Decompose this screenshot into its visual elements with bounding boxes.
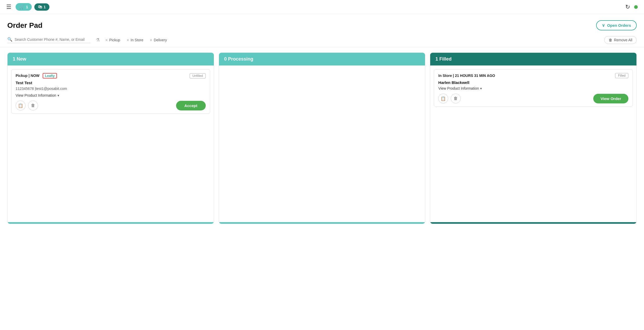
filter-tag-delivery[interactable]: ✕ Delivery bbox=[147, 37, 170, 43]
accept-button[interactable]: Accept bbox=[176, 101, 206, 110]
customer-name: Test Test bbox=[16, 81, 206, 85]
status-badge-unfilled: Unfilled bbox=[190, 73, 206, 78]
filter-tag-pickup[interactable]: ✕ Pickup bbox=[102, 37, 123, 43]
order-card-filled-1: In Store | 21 HOURS 31 MIN AGO Filled Ha… bbox=[434, 69, 633, 107]
order-type-wrap: Pickup | NOW Leafly bbox=[16, 73, 57, 78]
remove-all-button[interactable]: 🗑 Remove All bbox=[604, 36, 637, 44]
column-filled: 1 Filled In Store | 21 HOURS 31 MIN AGO … bbox=[430, 52, 637, 224]
topbar: ☰ 🛒 1 🛍 1 ↻ bbox=[0, 0, 644, 14]
col-new-accent bbox=[8, 222, 214, 224]
search-wrap: 🔍 bbox=[7, 37, 91, 43]
open-orders-label: Open Orders bbox=[607, 23, 631, 28]
view-product-label-filled: View Product Information bbox=[438, 86, 479, 90]
bag-icon: 🛍 bbox=[38, 5, 42, 9]
cart-button[interactable]: 🛒 1 bbox=[16, 3, 32, 11]
order-type-filled: In Store | 21 HOURS 31 MIN AGO bbox=[438, 74, 495, 78]
view-product-button-filled[interactable]: View Product Information ▾ bbox=[438, 86, 628, 90]
bag-button[interactable]: 🛍 1 bbox=[34, 3, 49, 11]
filter-label-instore: In Store bbox=[131, 38, 143, 42]
col-processing-accent bbox=[219, 222, 425, 224]
trash-icon: 🗑 bbox=[609, 38, 612, 42]
customer-name-filled: Harlen Blackwell bbox=[438, 80, 628, 85]
chevron-down-icon: ∨ bbox=[602, 23, 605, 28]
order-top: Pickup | NOW Leafly Unfilled bbox=[16, 73, 206, 78]
col-filled-body: In Store | 21 HOURS 31 MIN AGO Filled Ha… bbox=[430, 65, 636, 222]
order-card-new-1: Pickup | NOW Leafly Unfilled Test Test 1… bbox=[11, 69, 210, 114]
dropdown-arrow-icon: ▾ bbox=[57, 94, 59, 97]
order-type: Pickup | NOW bbox=[16, 74, 40, 78]
notes-button-filled[interactable]: 📋 bbox=[438, 94, 448, 103]
cart-icon: 🛒 bbox=[19, 4, 24, 9]
view-order-button[interactable]: View Order bbox=[593, 94, 628, 103]
filter-label-pickup: Pickup bbox=[109, 38, 120, 42]
col-processing-body bbox=[219, 65, 425, 222]
col-filled-header: 1 Filled bbox=[430, 53, 636, 65]
col-processing-header: 0 Processing bbox=[219, 53, 425, 65]
order-actions: 📋 🗑 Accept bbox=[16, 101, 206, 110]
search-input[interactable] bbox=[15, 37, 87, 42]
delete-button[interactable]: 🗑 bbox=[28, 101, 38, 110]
col-filled-accent bbox=[430, 222, 636, 224]
remove-all-label: Remove All bbox=[614, 38, 632, 42]
view-product-button-new[interactable]: View Product Information ▾ bbox=[16, 93, 206, 97]
page-header: Order Pad ∨ Open Orders bbox=[0, 14, 644, 33]
col-new-header: 1 New bbox=[8, 53, 214, 65]
action-btns-filled: 📋 🗑 bbox=[438, 94, 461, 103]
hamburger-menu[interactable]: ☰ bbox=[6, 4, 11, 10]
refresh-icon[interactable]: ↻ bbox=[625, 4, 630, 10]
dropdown-arrow-icon-filled: ▾ bbox=[480, 87, 482, 90]
filter-label-delivery: Delivery bbox=[154, 38, 167, 42]
trash-icon: 🗑 bbox=[31, 103, 35, 108]
filter-tag-instore[interactable]: ✕ In Store bbox=[124, 37, 146, 43]
columns: 1 New Pickup | NOW Leafly Unfilled Test … bbox=[0, 47, 644, 229]
action-btns: 📋 🗑 bbox=[16, 101, 38, 110]
search-icon: 🔍 bbox=[7, 37, 12, 42]
column-processing: 0 Processing bbox=[219, 52, 426, 224]
view-product-label: View Product Information bbox=[16, 93, 56, 97]
notes-icon: 📋 bbox=[18, 103, 23, 108]
cart-count: 1 bbox=[26, 5, 28, 9]
order-top-filled: In Store | 21 HOURS 31 MIN AGO Filled bbox=[438, 73, 628, 78]
topbar-right: ↻ bbox=[625, 4, 638, 10]
customer-contact: 112345678 |test1@posabit.com bbox=[16, 87, 206, 91]
bag-count: 1 bbox=[44, 5, 46, 9]
order-actions-filled: 📋 🗑 View Order bbox=[438, 94, 628, 103]
status-dot bbox=[634, 5, 638, 9]
notes-icon-filled: 📋 bbox=[441, 96, 446, 101]
trash-icon-filled: 🗑 bbox=[454, 96, 458, 101]
delete-button-filled[interactable]: 🗑 bbox=[451, 94, 461, 103]
filter-tags: ⚗ ✕ Pickup ✕ In Store ✕ Delivery bbox=[96, 37, 170, 43]
remove-delivery-icon: ✕ bbox=[150, 38, 152, 42]
notes-button[interactable]: 📋 bbox=[16, 101, 25, 110]
remove-instore-icon: ✕ bbox=[126, 38, 129, 42]
leafly-badge: Leafly bbox=[43, 73, 57, 78]
filters-bar: 🔍 ⚗ ✕ Pickup ✕ In Store ✕ Delivery 🗑 Rem… bbox=[0, 33, 644, 47]
open-orders-button[interactable]: ∨ Open Orders bbox=[596, 20, 637, 30]
col-new-body: Pickup | NOW Leafly Unfilled Test Test 1… bbox=[8, 65, 214, 222]
remove-pickup-icon: ✕ bbox=[105, 38, 108, 42]
column-new: 1 New Pickup | NOW Leafly Unfilled Test … bbox=[7, 52, 214, 224]
status-badge-filled: Filled bbox=[615, 73, 628, 78]
page-title: Order Pad bbox=[7, 21, 42, 30]
filter-icon: ⚗ bbox=[96, 37, 100, 43]
